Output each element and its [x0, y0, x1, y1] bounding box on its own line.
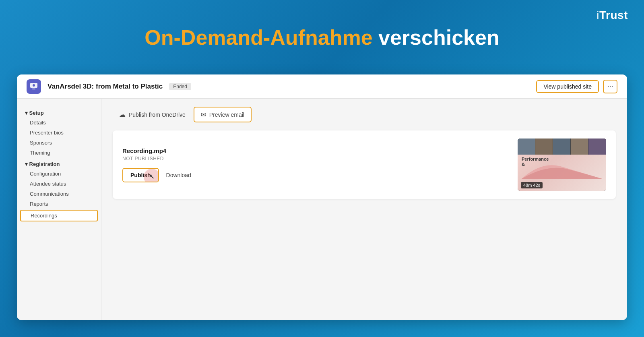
sidebar-item-reports[interactable]: Reports [17, 199, 101, 209]
avatar-4 [571, 139, 588, 155]
avatar-5 [588, 139, 606, 155]
tab-publish-label: Publish from OneDrive [129, 112, 186, 118]
thumbnail-people-strip [518, 139, 606, 155]
panel-header: VanArsdel 3D: from Metal to Plastic Ende… [17, 74, 627, 99]
title-orange: On-Demand-Aufnahme [144, 26, 372, 49]
sidebar-registration-label: ▾ Registration [17, 159, 101, 169]
onedrive-icon: ☁ [119, 111, 126, 118]
email-icon: ✉ [201, 111, 206, 118]
sidebar-item-recordings[interactable]: Recordings [20, 210, 98, 221]
view-published-button[interactable]: View published site [536, 80, 599, 93]
webinar-icon [27, 79, 41, 94]
sidebar-item-configuration[interactable]: Configuration [17, 169, 101, 179]
recording-status: NOT PUBLISHED [122, 156, 518, 161]
ui-panel: VanArsdel 3D: from Metal to Plastic Ende… [17, 74, 627, 320]
thumbnail-duration: 48m 42s [521, 182, 543, 188]
sidebar-item-attendee-status[interactable]: Attendee status [17, 179, 101, 189]
avatar-3 [553, 139, 571, 155]
avatar-2 [535, 139, 553, 155]
recording-actions: Publish ↖ Download [122, 168, 518, 182]
tab-bar: ☁ Publish from OneDrive ✉ Preview email [113, 107, 616, 122]
logo-text: Trust [599, 9, 628, 21]
sidebar-item-theming[interactable]: Theming [17, 148, 101, 158]
svg-rect-2 [32, 89, 35, 89]
recording-card: Recording.mp4 NOT PUBLISHED Publish ↖ Do… [113, 130, 616, 199]
panel-header-right: View published site ··· [536, 80, 617, 93]
panel-body: ▾ Setup Details Presenter bios Sponsors … [17, 99, 627, 320]
title-white: verschicken [378, 26, 500, 49]
avatar-1 [518, 139, 535, 155]
status-badge: Ended [169, 83, 191, 90]
download-button[interactable]: Download [159, 169, 198, 182]
sidebar-item-presenter-bios[interactable]: Presenter bios [17, 128, 101, 138]
main-title: On-Demand-Aufnahme verschicken [0, 26, 644, 49]
svg-point-1 [33, 84, 35, 87]
sidebar-item-sponsors[interactable]: Sponsors [17, 138, 101, 148]
more-options-button[interactable]: ··· [603, 80, 617, 93]
thumbnail-inner: Performance& 48m 42s [518, 139, 606, 191]
thumbnail-content: Performance& [522, 157, 602, 179]
thumbnail-chart [522, 159, 602, 179]
itrust-logo: iTrust [597, 9, 628, 22]
main-content: ☁ Publish from OneDrive ✉ Preview email … [101, 99, 627, 320]
recording-filename: Recording.mp4 [122, 147, 518, 154]
publish-btn-wrapper: Publish ↖ [122, 168, 159, 182]
sidebar: ▾ Setup Details Presenter bios Sponsors … [17, 99, 101, 320]
publish-button[interactable]: Publish ↖ [123, 169, 158, 182]
sidebar-setup-label: ▾ Setup [17, 108, 101, 118]
recording-thumbnail: Performance& 48m 42s [518, 139, 606, 191]
cursor-arrow-icon: ↖ [149, 173, 154, 180]
sidebar-item-communications[interactable]: Communications [17, 189, 101, 199]
panel-header-left: VanArsdel 3D: from Metal to Plastic Ende… [27, 79, 191, 94]
cursor-indicator: ↖ [144, 169, 159, 182]
recording-info: Recording.mp4 NOT PUBLISHED Publish ↖ Do… [122, 147, 518, 182]
sidebar-item-details[interactable]: Details [17, 118, 101, 128]
tab-preview-email[interactable]: ✉ Preview email [194, 107, 252, 122]
webinar-title: VanArsdel 3D: from Metal to Plastic [47, 83, 163, 91]
tab-preview-label: Preview email [209, 112, 244, 118]
tab-publish-onedrive[interactable]: ☁ Publish from OneDrive [113, 108, 192, 122]
